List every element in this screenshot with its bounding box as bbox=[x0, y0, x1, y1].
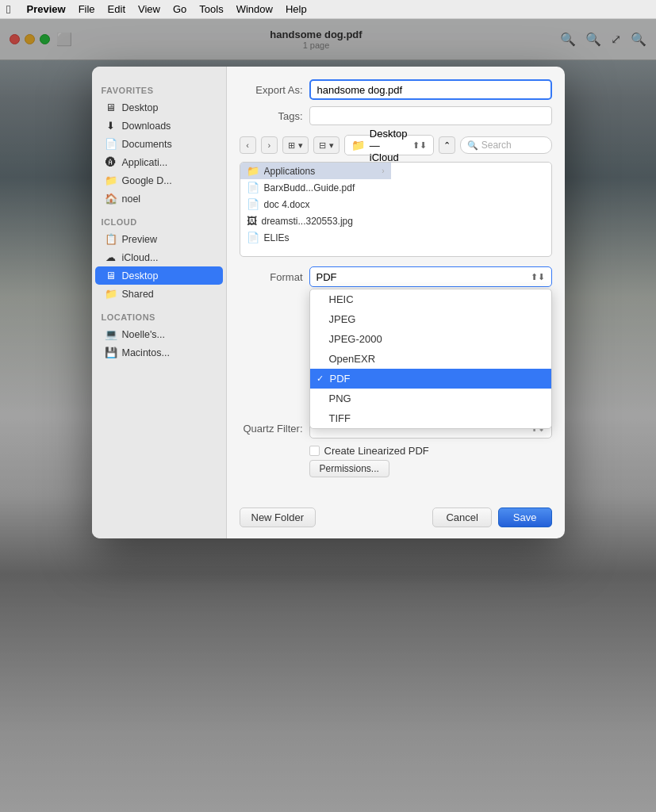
format-area: Format PDF ⬆⬇ HEIC JPEG JPEG-2000 bbox=[240, 266, 552, 287]
collapse-button[interactable]: ⌃ bbox=[439, 136, 455, 154]
format-option-label: JPEG-2000 bbox=[329, 333, 382, 345]
desktop-icon: 🖥 bbox=[105, 102, 117, 113]
search-placeholder: Search bbox=[481, 140, 512, 151]
favorites-section-label: Favorites bbox=[92, 86, 226, 98]
file-item-elies[interactable]: 📄 ELIEs bbox=[240, 229, 391, 246]
location-dropdown[interactable]: 📁 Desktop — iCloud ⬆⬇ bbox=[344, 135, 434, 155]
menu-preview[interactable]: Preview bbox=[26, 3, 65, 15]
export-as-label: Export As: bbox=[240, 84, 303, 96]
apple-menu[interactable]:  bbox=[6, 2, 10, 16]
sidebar-item-shared[interactable]: 📁 Shared bbox=[95, 285, 223, 303]
file-name: Applications bbox=[264, 166, 378, 177]
grid-icon: ⊟ bbox=[319, 140, 326, 151]
format-option-label: OpenEXR bbox=[329, 353, 376, 365]
new-folder-button[interactable]: New Folder bbox=[240, 508, 316, 527]
format-option-label: JPEG bbox=[329, 313, 356, 325]
dialog-overlay: Favorites 🖥 Desktop ⬇ Downloads 📄 Docume… bbox=[0, 19, 656, 812]
sidebar: Favorites 🖥 Desktop ⬇ Downloads 📄 Docume… bbox=[92, 67, 227, 538]
googledrive-icon: 📁 bbox=[105, 174, 117, 186]
menu-window[interactable]: Window bbox=[236, 3, 273, 15]
export-as-row: Export As: bbox=[240, 79, 552, 100]
sidebar-item-documents[interactable]: 📄 Documents bbox=[95, 135, 223, 153]
home-icon: 🏠 bbox=[105, 193, 117, 205]
menu-view[interactable]: View bbox=[138, 3, 160, 15]
search-icon: 🔍 bbox=[467, 140, 478, 151]
menu-help[interactable]: Help bbox=[286, 3, 307, 15]
dialog-footer: New Folder Cancel Save bbox=[227, 500, 565, 538]
tags-input[interactable] bbox=[309, 106, 552, 125]
location-text: Desktop — iCloud bbox=[370, 128, 408, 163]
save-button[interactable]: Save bbox=[498, 508, 552, 527]
file-icon: 📄 bbox=[247, 232, 259, 243]
right-arrow-icon: › bbox=[382, 167, 384, 175]
format-option-png[interactable]: PNG bbox=[310, 389, 551, 408]
tags-label: Tags: bbox=[240, 110, 303, 122]
sidebar-item-label: noel bbox=[122, 193, 141, 205]
format-option-openexr[interactable]: OpenEXR bbox=[310, 349, 551, 369]
sidebar-item-icloud[interactable]: ☁ iCloud... bbox=[95, 248, 223, 266]
file-name: doc 4.docx bbox=[264, 199, 385, 210]
forward-button[interactable]: › bbox=[261, 136, 278, 154]
documents-icon: 📄 bbox=[105, 138, 117, 150]
checkmark-icon: ✓ bbox=[316, 373, 324, 384]
applications-icon: 🅐 bbox=[105, 156, 117, 168]
format-dropdown[interactable]: PDF ⬆⬇ bbox=[309, 266, 552, 287]
location-row: ‹ › ⊞ ▾ ⊟ ▾ 📁 Desktop — iCloud ⬆⬇ ⌃ 🔍 bbox=[240, 135, 552, 155]
back-button[interactable]: ‹ bbox=[240, 136, 256, 154]
file-column-1: 📁 Applications › 📄 BarxBudd...Guide.pdf … bbox=[240, 163, 391, 256]
export-as-input[interactable] bbox=[309, 79, 552, 100]
save-dialog: Favorites 🖥 Desktop ⬇ Downloads 📄 Docume… bbox=[92, 67, 565, 538]
menubar:  Preview File Edit View Go Tools Window… bbox=[0, 0, 656, 19]
linearized-checkbox[interactable] bbox=[309, 446, 320, 456]
view-selector[interactable]: ⊞ ▾ bbox=[282, 136, 309, 154]
dialog-main: Export As: Tags: ‹ › ⊞ ▾ ⊟ ▾ bbox=[227, 67, 565, 500]
format-option-pdf[interactable]: ✓ PDF bbox=[310, 369, 551, 389]
cancel-button[interactable]: Cancel bbox=[432, 508, 491, 527]
format-option-label: PDF bbox=[330, 373, 351, 385]
preview-icon: 📋 bbox=[105, 233, 117, 245]
format-option-jpeg2000[interactable]: JPEG-2000 bbox=[310, 329, 551, 349]
file-item-doc4[interactable]: 📄 doc 4.docx bbox=[240, 196, 391, 213]
format-option-tiff[interactable]: TIFF bbox=[310, 408, 551, 428]
menu-tools[interactable]: Tools bbox=[199, 3, 223, 15]
permissions-row: Permissions... bbox=[309, 460, 552, 477]
search-box[interactable]: 🔍 Search bbox=[460, 136, 552, 154]
sidebar-item-label: Macintos... bbox=[122, 347, 170, 358]
sidebar-item-desktop[interactable]: 🖥 Desktop bbox=[95, 98, 223, 117]
sidebar-item-label: Applicati... bbox=[122, 157, 168, 168]
format-option-label: TIFF bbox=[329, 412, 351, 424]
downloads-icon: ⬇ bbox=[105, 120, 117, 132]
file-item-dreamsti[interactable]: 🖼 dreamsti...320553.jpg bbox=[240, 213, 391, 229]
sidebar-item-noelle[interactable]: 💻 Noelle's... bbox=[95, 325, 223, 343]
sidebar-item-desktop-icloud[interactable]: 🖥 Desktop bbox=[95, 266, 223, 285]
permissions-button[interactable]: Permissions... bbox=[309, 460, 389, 477]
file-item-barxbudd[interactable]: 📄 BarxBudd...Guide.pdf bbox=[240, 179, 391, 196]
sidebar-item-googledrive[interactable]: 📁 Google D... bbox=[95, 171, 223, 190]
sidebar-item-noel[interactable]: 🏠 noel bbox=[95, 190, 223, 208]
linearized-checkbox-row: Create Linearized PDF bbox=[309, 445, 552, 457]
sidebar-item-label: Downloads bbox=[122, 121, 171, 132]
view-grid[interactable]: ⊟ ▾ bbox=[313, 136, 340, 154]
menu-edit[interactable]: Edit bbox=[108, 3, 125, 15]
file-name: dreamsti...320553.jpg bbox=[262, 216, 385, 227]
laptop-icon: 💻 bbox=[105, 328, 117, 340]
format-popup: HEIC JPEG JPEG-2000 OpenEXR ✓ PDF bbox=[309, 289, 552, 429]
format-option-jpeg[interactable]: JPEG bbox=[310, 309, 551, 329]
linearized-label: Create Linearized PDF bbox=[324, 445, 429, 457]
file-item-applications[interactable]: 📁 Applications › bbox=[240, 163, 391, 179]
sidebar-item-downloads[interactable]: ⬇ Downloads bbox=[95, 117, 223, 135]
menu-file[interactable]: File bbox=[79, 3, 95, 15]
icloud-section-label: iCloud bbox=[92, 217, 226, 230]
sidebar-item-label: Shared bbox=[122, 289, 154, 300]
location-arrows-icon: ⬆⬇ bbox=[412, 140, 427, 151]
sidebar-item-preview[interactable]: 📋 Preview bbox=[95, 230, 223, 248]
sidebar-item-applications[interactable]: 🅐 Applicati... bbox=[95, 153, 223, 171]
format-option-heic[interactable]: HEIC bbox=[310, 289, 551, 309]
format-option-label: HEIC bbox=[329, 293, 354, 305]
dropdown-arrows-icon: ⬆⬇ bbox=[531, 272, 545, 282]
sidebar-item-label: Noelle's... bbox=[122, 329, 166, 340]
sidebar-item-label: iCloud... bbox=[122, 252, 159, 263]
menu-go[interactable]: Go bbox=[173, 3, 186, 15]
format-label: Format bbox=[240, 271, 303, 283]
sidebar-item-macintosh[interactable]: 💾 Macintos... bbox=[95, 343, 223, 362]
